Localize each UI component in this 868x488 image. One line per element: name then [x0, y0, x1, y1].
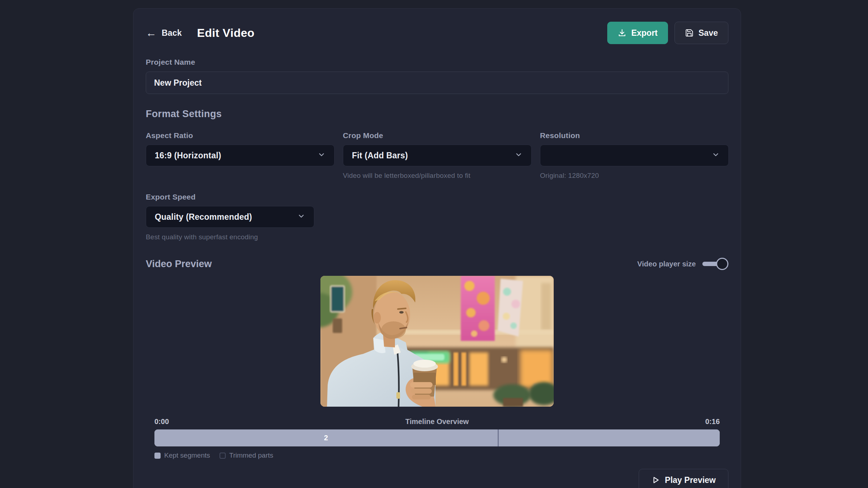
- export-speed-helper: Best quality with superfast encoding: [146, 233, 335, 241]
- player-size-slider[interactable]: [702, 258, 728, 270]
- trimmed-swatch-icon: [220, 453, 226, 459]
- resolution-label: Resolution: [540, 131, 729, 140]
- back-arrow-icon: ←: [146, 27, 157, 38]
- project-name-input[interactable]: [146, 72, 728, 94]
- timeline-legend: Kept segments Trimmed parts: [154, 451, 720, 459]
- chevron-down-icon: [712, 151, 720, 160]
- play-preview-label: Play Preview: [665, 475, 716, 485]
- export-speed-field: Export Speed Quality (Recommended) Best …: [146, 193, 335, 241]
- export-button[interactable]: Export: [607, 22, 668, 44]
- legend-kept: Kept segments: [154, 451, 210, 459]
- timeline-bar[interactable]: 2: [154, 429, 720, 446]
- player-size-control: Video player size: [637, 258, 728, 270]
- segment-label: 2: [324, 434, 328, 442]
- legend-kept-label: Kept segments: [164, 451, 210, 459]
- slider-knob[interactable]: [716, 258, 728, 270]
- export-speed-value: Quality (Recommended): [155, 212, 252, 222]
- legend-trimmed-label: Trimmed parts: [229, 451, 273, 459]
- timeline-start-time: 0:00: [154, 418, 169, 426]
- edit-video-panel: ← Back Edit Video Export Save Project Na…: [133, 8, 741, 488]
- play-icon: [651, 476, 660, 484]
- resolution-helper: Original: 1280x720: [540, 172, 729, 180]
- timeline-title: Timeline Overview: [169, 418, 705, 426]
- timeline-end-time: 0:16: [705, 418, 720, 426]
- play-preview-button[interactable]: Play Preview: [639, 469, 728, 488]
- crop-mode-select[interactable]: Fit (Add Bars): [343, 145, 532, 166]
- timeline-segment[interactable]: 2: [154, 429, 498, 446]
- actions-row: Play Preview: [146, 469, 728, 488]
- aspect-ratio-value: 16:9 (Horizontal): [155, 151, 221, 160]
- resolution-field: Resolution Original: 1280x720: [540, 131, 729, 180]
- chevron-down-icon: [318, 151, 326, 160]
- crop-mode-field: Crop Mode Fit (Add Bars) Video will be l…: [343, 131, 532, 180]
- kept-swatch-icon: [154, 453, 161, 459]
- save-button[interactable]: Save: [675, 22, 728, 44]
- download-icon: [618, 29, 626, 37]
- project-name-label: Project Name: [146, 58, 728, 67]
- export-label: Export: [631, 28, 658, 38]
- chevron-down-icon: [297, 212, 305, 222]
- aspect-ratio-field: Aspect Ratio 16:9 (Horizontal): [146, 131, 335, 180]
- save-label: Save: [698, 28, 718, 38]
- format-settings-heading: Format Settings: [146, 108, 728, 120]
- crop-mode-value: Fit (Add Bars): [352, 151, 408, 160]
- video-frame-art: [320, 276, 554, 407]
- format-settings-grid: Aspect Ratio 16:9 (Horizontal) Crop Mode…: [146, 131, 728, 241]
- save-icon: [685, 29, 694, 37]
- video-player[interactable]: [320, 276, 554, 407]
- export-speed-select[interactable]: Quality (Recommended): [146, 206, 314, 228]
- player-size-label: Video player size: [637, 260, 696, 268]
- crop-mode-label: Crop Mode: [343, 131, 532, 140]
- back-button[interactable]: ← Back: [146, 27, 182, 38]
- back-label: Back: [162, 28, 182, 38]
- export-speed-label: Export Speed: [146, 193, 335, 201]
- video-preview-heading: Video Preview: [146, 258, 212, 270]
- timeline-section: 0:00 Timeline Overview 0:16 2 Kept segme…: [146, 418, 728, 459]
- chevron-down-icon: [515, 151, 523, 160]
- aspect-ratio-label: Aspect Ratio: [146, 131, 335, 140]
- page-title: Edit Video: [197, 26, 255, 40]
- header: ← Back Edit Video Export Save: [146, 22, 728, 44]
- aspect-ratio-select[interactable]: 16:9 (Horizontal): [146, 145, 335, 166]
- timeline-segment[interactable]: [498, 429, 720, 446]
- legend-trimmed: Trimmed parts: [220, 451, 273, 459]
- video-preview-header: Video Preview Video player size: [146, 258, 728, 270]
- crop-mode-helper: Video will be letterboxed/pillarboxed to…: [343, 172, 532, 180]
- resolution-select[interactable]: [540, 145, 729, 166]
- timeline-labels: 0:00 Timeline Overview 0:16: [154, 418, 720, 426]
